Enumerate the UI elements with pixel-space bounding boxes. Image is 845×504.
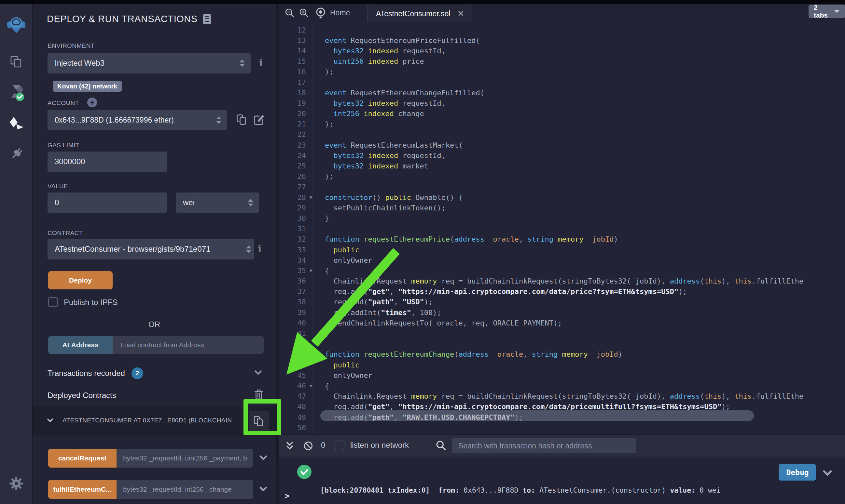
account-label: ACCOUNT: [48, 100, 79, 107]
listen-network-label: listen on network: [350, 440, 409, 450]
code-line: 22: [279, 129, 845, 140]
code-line: 19 bytes32 indexed requestId,: [279, 98, 845, 108]
transactions-recorded-label: Transactions recorded: [48, 369, 125, 378]
terminal-toolbar: 0 listen on network: [279, 435, 845, 456]
code-line: 37 req.add("get", "https://min-api.crypt…: [279, 286, 845, 297]
add-account-icon[interactable]: +: [87, 97, 97, 107]
code-line: 30}: [279, 213, 845, 223]
value-unit: wei: [183, 198, 248, 207]
account-value: 0x643...9F88D (1.666673996 ether): [55, 116, 216, 125]
log-expand-chevron-icon[interactable]: [822, 467, 833, 480]
tab-label: ATestnetConsumer.sol: [376, 10, 450, 18]
deploy-run-panel: DEPLOY & RUN TRANSACTIONS ENVIRONMENT In…: [33, 4, 279, 504]
transactions-count-badge: 2: [132, 367, 143, 379]
sidebar-item-plugin-manager[interactable]: [0, 146, 33, 162]
annotation-highlight-box: [243, 399, 281, 435]
code-line: 24 bytes32 indexed requestId,: [279, 150, 845, 161]
editor-tabbar: Home ATestnetConsumer.sol ✕ 2 tabs: [279, 4, 845, 22]
select-stepper-icon: [216, 116, 221, 124]
panel-title-text: DEPLOY & RUN TRANSACTIONS: [47, 14, 197, 24]
tab-home[interactable]: Home: [330, 8, 350, 17]
function-row: fulfillEthereumC...: [48, 480, 276, 499]
code-line: 27: [279, 182, 845, 192]
account-select[interactable]: 0x643...9F88D (1.666673996 ether): [48, 110, 227, 130]
tab-atestnetconsumer[interactable]: ATestnetConsumer.sol ✕: [367, 5, 472, 22]
log-line: [block:20780401 txIndex:0] from: 0x643..…: [320, 485, 721, 495]
environment-select[interactable]: Injected Web3: [48, 53, 251, 73]
code-line: 25 bytes32 indexed market: [279, 161, 845, 171]
deploy-button[interactable]: Deploy: [48, 271, 113, 289]
terminal-prompt[interactable]: >: [284, 491, 290, 501]
debug-button[interactable]: Debug: [779, 464, 816, 481]
transaction-log-entry[interactable]: [block:20780401 txIndex:0] from: 0x643..…: [320, 465, 721, 504]
sidebar-item-solidity-compiler[interactable]: [0, 84, 33, 102]
horizontal-scrollbar[interactable]: [320, 410, 754, 421]
contract-info-icon[interactable]: i: [258, 243, 261, 255]
code-line: 47 Chainlink.Request memory req = buildC…: [279, 391, 845, 401]
at-address-button[interactable]: At Address: [48, 336, 113, 354]
terminal-search-input[interactable]: [452, 438, 636, 453]
sidebar-item-deploy-run[interactable]: [0, 116, 33, 132]
tabs-count-dropdown[interactable]: 2 tabs: [809, 4, 845, 18]
expand-params-chevron-icon[interactable]: [258, 453, 268, 464]
cancel-request-params-input[interactable]: [117, 449, 253, 468]
publish-ipfs-label: Publish to IPFS: [64, 298, 118, 307]
deployed-contracts-label: Deployed Contracts: [48, 391, 116, 400]
function-row: cancelRequest: [48, 449, 276, 468]
fold-arrow-icon: ▼: [306, 383, 316, 388]
tabs-count-label: 2 tabs: [814, 4, 831, 19]
code-line: 38 req.add("path", "USD");: [279, 297, 845, 307]
sidebar-item-file-explorer[interactable]: [0, 55, 33, 70]
fold-arrow-icon: ▼: [306, 268, 316, 273]
icon-sidebar: [0, 4, 33, 504]
code-line: 45 onlyOwner: [279, 370, 845, 380]
editor-area: Home ATestnetConsumer.sol ✕ 2 tabs 1213e…: [279, 4, 845, 504]
settings-gear-icon[interactable]: [0, 476, 33, 491]
value-input[interactable]: [48, 193, 167, 213]
value-unit-select[interactable]: wei: [176, 193, 259, 213]
code-line: 34 onlyOwner: [279, 255, 845, 265]
remix-logo: [0, 16, 33, 34]
or-divider: OR: [33, 320, 276, 329]
fulfill-ethereum-button[interactable]: fulfillEthereumC...: [48, 480, 117, 499]
chevron-down-icon: [834, 10, 840, 13]
fulfill-ethereum-params-input[interactable]: [117, 480, 253, 499]
environment-label: ENVIRONMENT: [48, 42, 95, 50]
contract-expand-chevron-icon[interactable]: [46, 416, 54, 425]
expand-params-chevron-icon[interactable]: [258, 484, 268, 495]
transactions-recorded-row: Transactions recorded 2: [48, 367, 143, 379]
fold-arrow-icon: ▼: [306, 195, 316, 200]
deployed-contract-row[interactable]: ATESTNETCONSUMER AT 0X7E7...E80D1 (BLOCK…: [33, 407, 276, 436]
code-line: 42: [279, 339, 845, 349]
deployed-contract-label: ATESTNETCONSUMER AT 0X7E7...E80D1 (BLOCK…: [63, 417, 245, 424]
gas-limit-input[interactable]: [48, 151, 167, 172]
expand-terminal-icon[interactable]: [284, 440, 295, 453]
tab-close-icon[interactable]: ✕: [457, 9, 464, 18]
transactions-chevron-down-icon[interactable]: [253, 367, 263, 378]
code-line: 50: [279, 422, 845, 433]
zoom-out-icon[interactable]: [284, 8, 295, 19]
copy-account-icon[interactable]: [236, 113, 247, 126]
code-line: 20 int256 indexed change: [279, 109, 845, 119]
code-viewport[interactable]: 1213event RequestEthereumPriceFulfilled(…: [279, 22, 845, 434]
code-line: 23event RequestEthereumLastMarket(: [279, 140, 845, 150]
at-address-input[interactable]: [113, 336, 264, 354]
code-line: 29 setPublicChainlinkToken();: [279, 202, 845, 213]
zoom-in-icon[interactable]: [299, 8, 309, 19]
environment-info-icon[interactable]: i: [259, 57, 263, 69]
listen-network-checkbox[interactable]: [334, 440, 344, 450]
code-line: 12: [279, 25, 845, 35]
pending-tx-count: 0: [321, 440, 325, 450]
contract-label: CONTRACT: [48, 230, 83, 237]
search-icon: [435, 440, 447, 452]
code-line: 32function requestEthereumPrice(address …: [279, 234, 845, 245]
value-label: VALUE: [48, 183, 68, 190]
home-tab-logo-icon: [315, 7, 326, 20]
contract-select[interactable]: ATestnetConsumer - browser/gists/9b71e07…: [48, 239, 254, 259]
select-stepper-icon: [248, 199, 253, 206]
network-badge: Kovan (42) network: [53, 80, 122, 92]
edit-account-icon[interactable]: [253, 113, 265, 126]
clear-console-icon[interactable]: [303, 440, 314, 453]
cancel-request-button[interactable]: cancelRequest: [48, 449, 117, 468]
publish-ipfs-checkbox[interactable]: [48, 297, 58, 307]
